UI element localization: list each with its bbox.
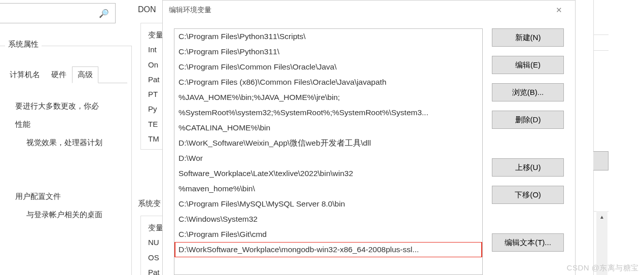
bg-crop-text: DON (138, 5, 156, 14)
right-frag-button[interactable] (593, 151, 609, 170)
system-vars-label-frag: 系统变 (138, 199, 161, 209)
sysprops-tabs: 计算机名 硬件 高级 (4, 66, 127, 83)
path-item[interactable]: %JAVA_HOME%\bin;%JAVA_HOME%\jre\bin; (174, 90, 482, 105)
edit-button[interactable]: 编辑(E) (492, 56, 564, 74)
sysprops-note: 要进行大多数更改，你必 (15, 97, 127, 115)
moveup-button[interactable]: 上移(U) (492, 158, 564, 177)
delete-button[interactable]: 删除(D) (492, 111, 564, 129)
watermark: CSDN @东离与糖宝 (567, 263, 639, 273)
path-item[interactable]: C:\Program Files\MySQL\MySQL Server 8.0\… (174, 196, 482, 212)
path-item[interactable]: D:\WorK_Software\Weixin_App\微信web开发者工具\d… (174, 135, 482, 151)
button-column: 新建(N) 编辑(E) 浏览(B)... 删除(D) 上移(U) 下移(O) 编… (492, 28, 564, 275)
path-item[interactable]: Software_Workplace\LateX\texlive\2022\bi… (174, 166, 482, 181)
perf-desc: 视觉效果，处理器计划 (15, 133, 127, 152)
path-listbox[interactable]: C:\Program Files\Python311\Scripts\ C:\P… (174, 28, 483, 275)
edit-env-var-dialog: 编辑环境变量 ✕ C:\Program Files\Python311\Scri… (162, 0, 576, 275)
path-item-selected[interactable]: D:\WorkSoftware_Workplace\mongodb-win32-… (174, 242, 482, 257)
close-icon[interactable]: ✕ (549, 6, 569, 15)
profiles-heading: 用户配置文件 (15, 187, 127, 205)
right-window-frag: ▲ (593, 0, 644, 275)
path-item[interactable]: C:\Program Files (x86)\Common Files\Orac… (174, 75, 482, 90)
system-properties-panel: 系统属性 计算机名 硬件 高级 要进行大多数更改，你必 性能 视觉效果，处理器计… (0, 46, 132, 275)
path-item[interactable]: C:\Windows\System32 (174, 212, 482, 227)
path-item[interactable]: C:\Program Files\Python311\ (174, 44, 482, 59)
edittext-button[interactable]: 编辑文本(T)... (492, 233, 564, 252)
tab-computer-name[interactable]: 计算机名 (4, 66, 46, 83)
browse-button[interactable]: 浏览(B)... (492, 83, 564, 101)
new-button[interactable]: 新建(N) (492, 28, 564, 47)
sysprops-title: 系统属性 (5, 40, 42, 49)
dialog-title: 编辑环境变量 (169, 6, 549, 15)
perf-heading: 性能 (15, 115, 127, 133)
tab-advanced[interactable]: 高级 (72, 66, 98, 83)
movedown-button[interactable]: 下移(O) (492, 186, 564, 204)
scroll-up-icon[interactable]: ▲ (596, 211, 607, 222)
path-item[interactable]: C:\Program Files\Python311\Scripts\ (174, 29, 482, 44)
path-item[interactable]: C:\Program Files\Common Files\Oracle\Jav… (174, 59, 482, 75)
path-item[interactable]: %SystemRoot%\system32;%SystemRoot%;%Syst… (174, 105, 482, 120)
dialog-titlebar[interactable]: 编辑环境变量 ✕ (163, 1, 575, 20)
sysprops-body: 要进行大多数更改，你必 性能 视觉效果，处理器计划 用户配置文件 与登录帐户相关… (15, 97, 127, 224)
profiles-desc: 与登录帐户相关的桌面 (15, 205, 127, 224)
search-icon: 🔍 (99, 9, 109, 18)
path-item[interactable]: %maven_home%\bin\ (174, 181, 482, 196)
path-item[interactable]: D:\Wor (174, 151, 482, 166)
search-input[interactable]: 🔍 (0, 3, 116, 23)
tab-hardware[interactable]: 硬件 (46, 66, 72, 83)
path-item[interactable]: %CATALINA_HOME%\bin (174, 120, 482, 135)
right-frag-box (593, 35, 609, 51)
path-item[interactable]: C:\Program Files\Git\cmd (174, 227, 482, 242)
